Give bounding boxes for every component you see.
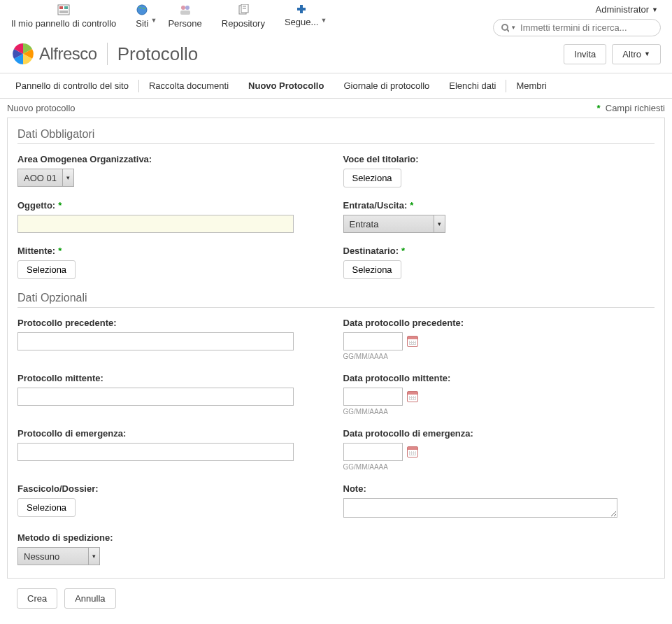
svg-point-6	[185, 6, 190, 10]
divider	[107, 43, 108, 65]
date-hint: GG/MM/AAAA	[343, 408, 655, 416]
dropdown-arrow-icon: ▾	[62, 169, 73, 186]
data-proto-prec-input[interactable]	[343, 332, 403, 350]
nav-people[interactable]: Persone	[168, 4, 201, 29]
user-menu[interactable]: Administrator ▼	[596, 4, 662, 15]
destinatario-label: Destinatario: *	[343, 246, 655, 256]
invite-button[interactable]: Invita	[564, 44, 606, 64]
titolario-label: Voce del titolario:	[343, 154, 655, 164]
nav-label: Repository	[222, 18, 265, 29]
page-title: Nuovo protocollo	[7, 103, 76, 113]
metodo-label: Metodo di spedizione:	[17, 532, 329, 543]
titolario-select-button[interactable]: Seleziona	[343, 169, 401, 187]
svg-rect-13	[297, 8, 306, 10]
aoo-label: Area Omogenea Organizzativa:	[17, 154, 329, 164]
globe-icon	[136, 4, 148, 15]
label-text: Entrata/Uscita:	[343, 200, 408, 211]
nav-my-dashboard[interactable]: Il mio pannello di controllo	[11, 4, 116, 29]
svg-rect-3	[59, 10, 68, 13]
proto-prec-input[interactable]	[17, 332, 294, 350]
caret-down-icon: ▼	[150, 17, 157, 24]
data-proto-prec-label: Data protocollo precedente:	[343, 318, 655, 328]
proto-mitt-input[interactable]	[17, 388, 294, 406]
asterisk-icon: *	[410, 200, 413, 211]
site-nav: Pannello di controllo del sito Raccolta …	[0, 73, 672, 99]
asterisk-icon: *	[401, 246, 405, 256]
form-panel: Dati Obbligatori Area Omogenea Organizza…	[7, 118, 665, 579]
search-box[interactable]: ▼	[493, 19, 661, 36]
aoo-select[interactable]: AOO 01 ▾	[17, 169, 74, 187]
date-hint: GG/MM/AAAA	[343, 353, 655, 360]
metodo-select[interactable]: Nessuno ▾	[17, 547, 100, 565]
nav-label: Siti	[136, 18, 148, 29]
nav-label: Il mio pannello di controllo	[11, 18, 116, 29]
dropdown-arrow-icon: ▾	[434, 215, 445, 232]
svg-point-4	[137, 5, 147, 15]
oggetto-label: Oggetto: *	[17, 200, 329, 211]
search-input[interactable]	[520, 22, 653, 33]
metodo-value: Nessuno	[18, 551, 88, 562]
data-proto-emerg-input[interactable]	[343, 443, 403, 461]
more-button[interactable]: Altro ▼	[612, 44, 661, 64]
date-hint: GG/MM/AAAA	[343, 463, 655, 471]
sitenav-doclib[interactable]: Raccolta documenti	[139, 73, 238, 98]
nav-repository[interactable]: Repository	[222, 4, 265, 29]
asterisk-icon: *	[58, 246, 62, 256]
people-icon	[179, 4, 192, 15]
page-heading: Protocollo	[117, 43, 199, 65]
required-label: Campi richiesti	[606, 103, 665, 113]
proto-emerg-label: Protocollo di emergenza:	[17, 428, 329, 439]
aoo-value: AOO 01	[18, 173, 62, 183]
proto-prec-label: Protocollo precedente:	[17, 318, 329, 328]
cancel-button[interactable]: Annulla	[64, 588, 115, 609]
svg-line-15	[507, 29, 509, 32]
search-icon	[501, 23, 509, 33]
label-text: Oggetto:	[17, 200, 55, 211]
data-proto-mitt-input[interactable]	[343, 388, 403, 406]
calendar-icon[interactable]	[407, 446, 418, 458]
note-textarea[interactable]	[343, 498, 617, 518]
alfresco-logo-icon	[11, 42, 35, 66]
caret-down-icon: ▼	[320, 17, 327, 24]
nav-label: Persone	[168, 18, 201, 29]
required-note: * Campi richiesti	[596, 103, 665, 113]
caret-down-icon: ▼	[652, 6, 658, 13]
label-text: Destinatario:	[343, 246, 399, 256]
destinatario-select-button[interactable]: Seleziona	[343, 260, 401, 279]
sitenav-members[interactable]: Membri	[506, 73, 556, 98]
section-optional: Dati Opzionali	[17, 292, 655, 308]
calendar-icon[interactable]	[407, 391, 418, 402]
data-proto-emerg-label: Data protocollo di emergenza:	[343, 428, 655, 439]
nav-follow[interactable]: Segue... ▼	[285, 4, 318, 29]
sitenav-journal[interactable]: Giornale di protocollo	[334, 73, 439, 98]
user-name: Administrator	[596, 4, 650, 15]
svg-rect-2	[64, 6, 68, 9]
sitenav-datalists[interactable]: Elenchi dati	[439, 73, 506, 98]
caret-down-icon: ▼	[644, 50, 650, 57]
oggetto-input[interactable]	[17, 215, 294, 233]
inout-value: Entrata	[344, 219, 434, 229]
mittente-select-button[interactable]: Seleziona	[17, 260, 76, 279]
create-button[interactable]: Crea	[17, 588, 57, 609]
caret-down-icon: ▼	[510, 24, 516, 31]
brand-logo: Alfresco	[11, 42, 97, 66]
plus-icon	[296, 4, 306, 14]
svg-rect-1	[59, 6, 63, 9]
note-label: Note:	[343, 483, 655, 494]
sitenav-newproto[interactable]: Nuovo Protocollo	[238, 73, 334, 98]
dashboard-icon	[57, 4, 70, 15]
repository-icon	[238, 4, 249, 15]
asterisk-icon: *	[596, 103, 600, 113]
sitenav-dashboard[interactable]: Pannello di controllo del sito	[6, 73, 138, 98]
inout-select[interactable]: Entrata ▾	[343, 215, 445, 233]
calendar-icon[interactable]	[407, 336, 418, 347]
inout-label: Entrata/Uscita: *	[343, 200, 655, 211]
svg-point-14	[502, 24, 508, 30]
nav-sites[interactable]: Siti ▼	[136, 4, 148, 29]
more-label: Altro	[622, 49, 641, 59]
brand-name: Alfresco	[39, 44, 97, 64]
proto-mitt-label: Protocollo mittente:	[17, 373, 329, 383]
proto-emerg-input[interactable]	[17, 443, 294, 461]
fascicolo-select-button[interactable]: Seleziona	[17, 498, 76, 517]
section-mandatory: Dati Obbligatori	[17, 128, 655, 144]
